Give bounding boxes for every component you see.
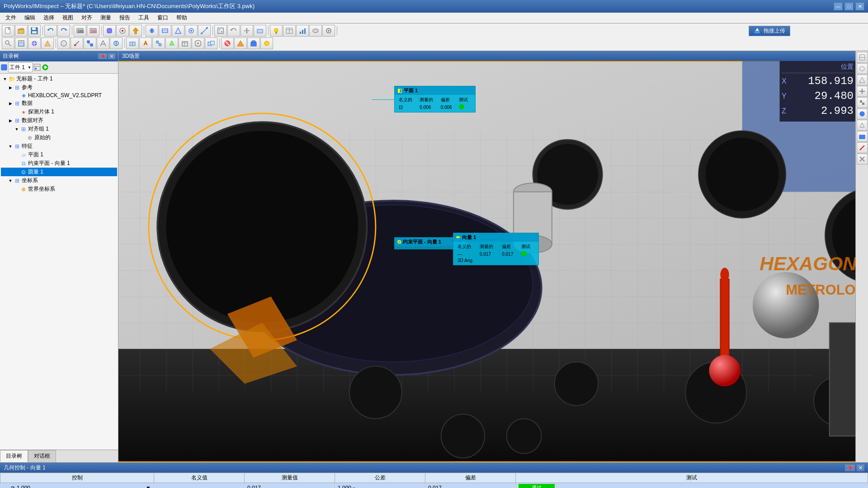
- toolbar-new[interactable]: [2, 25, 14, 37]
- toolbar-light[interactable]: [270, 25, 283, 37]
- menu-select[interactable]: 选择: [40, 13, 58, 23]
- menu-measure[interactable]: 测量: [97, 13, 115, 23]
- toolbar2-b8[interactable]: [97, 38, 109, 49]
- viewport-content[interactable]: HEXAGON METROLOGY X Z Y: [118, 61, 855, 462]
- tree-root[interactable]: ▼ 📁 无标题 - 工件 1: [1, 75, 117, 83]
- tree-coords-expand[interactable]: ▼: [7, 178, 14, 183]
- menu-help[interactable]: 帮助: [173, 13, 191, 23]
- menu-tools[interactable]: 工具: [135, 13, 153, 23]
- tab-dialog[interactable]: 对话框: [28, 450, 56, 462]
- toolbar2-b1[interactable]: [2, 38, 14, 49]
- toolbar2-b14[interactable]: [179, 38, 191, 49]
- rt-btn-2[interactable]: [857, 63, 868, 74]
- toolbar-b2[interactable]: 101: [87, 25, 99, 37]
- rt-btn-9[interactable]: [857, 142, 868, 153]
- toolbar2-b15[interactable]: [192, 38, 204, 49]
- toolbar2-b11[interactable]: [139, 38, 152, 49]
- rt-btn-7[interactable]: [857, 120, 868, 131]
- toolbar-settings[interactable]: [322, 25, 335, 37]
- menu-align[interactable]: 对齐: [78, 13, 96, 23]
- table-row-1[interactable]: — ⊘ 1.000 ▼ 0.017 1.000 ~ 0.017 通过: [0, 483, 868, 488]
- rt-btn-4[interactable]: [857, 86, 868, 97]
- rt-btn-8[interactable]: [857, 131, 868, 142]
- workpiece-combo[interactable]: 工件 1 ▼: [8, 62, 33, 72]
- toolbar-meas1[interactable]: [146, 25, 158, 37]
- tree-world-coord[interactable]: ⊕ 世界坐标系: [1, 185, 117, 193]
- annotation-vector1[interactable]: ✏ 向量 1 名义的 测量的 偏差 测试 — 0.017 0.017: [453, 233, 539, 265]
- tree-data-expand[interactable]: ▶: [7, 101, 14, 106]
- toolbar-3d[interactable]: [103, 25, 116, 37]
- minimize-button[interactable]: —: [834, 2, 843, 10]
- toolbar-undo[interactable]: [44, 25, 57, 37]
- tree-probe[interactable]: ● 探测片体 1: [1, 108, 117, 116]
- tree-coords[interactable]: ▼ ⊞ 坐标系: [1, 176, 117, 185]
- tree-data[interactable]: ▶ ⊞ 数据: [1, 99, 117, 108]
- toolbar2-b2[interactable]: [15, 38, 28, 49]
- tree-features-expand[interactable]: ▼: [7, 144, 14, 149]
- workpiece-dropdown-arrow[interactable]: ▼: [28, 66, 31, 70]
- play-icon[interactable]: [42, 64, 49, 71]
- tree-plane1[interactable]: ▱ 平面 1: [1, 150, 117, 159]
- toolbar-probe[interactable]: [129, 25, 142, 37]
- toolbar2-b9[interactable]: [110, 38, 123, 49]
- toolbar-rotate[interactable]: [227, 25, 240, 37]
- menu-edit[interactable]: 编辑: [21, 13, 39, 23]
- toolbar-scan[interactable]: [116, 25, 129, 37]
- view-icon[interactable]: [33, 64, 41, 71]
- bottom-panel-close[interactable]: ✕: [857, 465, 864, 471]
- rt-btn-5[interactable]: [857, 97, 868, 108]
- menu-window[interactable]: 窗口: [154, 13, 172, 23]
- toolbar-b1[interactable]: 101: [74, 25, 86, 37]
- tree-origin[interactable]: ⊕ 原始的: [1, 133, 117, 142]
- toolbar-save[interactable]: [28, 25, 41, 37]
- toolbar2-b10[interactable]: [126, 38, 139, 49]
- rt-btn-1[interactable]: [857, 52, 868, 63]
- toolbar-open[interactable]: [15, 25, 28, 37]
- toolbar-table[interactable]: [283, 25, 296, 37]
- tree-constraint[interactable]: ⧉ 约束平面 - 向量 1: [1, 159, 117, 168]
- toolbar2-b12[interactable]: [152, 38, 165, 49]
- annotation-plane1[interactable]: ◧ 平面 1 名义的 测量的 偏差 测试 ⊡ 0.006 0.006: [394, 86, 476, 113]
- control-dropdown[interactable]: ▼: [146, 485, 151, 488]
- toolbar2-b17[interactable]: [221, 38, 234, 49]
- toolbar2-b7[interactable]: [84, 38, 96, 49]
- toolbar-meas2[interactable]: [159, 25, 171, 37]
- toolbar2-b13[interactable]: [165, 38, 178, 49]
- toolbar2-b19[interactable]: [247, 38, 260, 49]
- toolbar2-b3[interactable]: [28, 38, 41, 49]
- tree-align-group-expand[interactable]: ▼: [14, 127, 20, 131]
- tree-align-group[interactable]: ▼ ⊞ 对齐组 1: [1, 125, 117, 133]
- toolbar-redo[interactable]: [57, 25, 70, 37]
- rt-btn-3[interactable]: [857, 75, 868, 85]
- toolbar-zoom-fit[interactable]: [214, 25, 227, 37]
- ieft-upload-button[interactable]: 拖接上传: [749, 26, 790, 36]
- toolbar-meas5[interactable]: [198, 25, 211, 37]
- tree-align[interactable]: ▶ ⊞ 数据对齐: [1, 116, 117, 125]
- tree-close-btn[interactable]: ✕: [108, 53, 115, 59]
- toolbar2-b6[interactable]: [71, 38, 83, 49]
- menu-view[interactable]: 视图: [59, 13, 77, 23]
- tree-features[interactable]: ▼ ⊞ 特征: [1, 142, 117, 150]
- bottom-panel-pin[interactable]: 📌: [845, 465, 855, 471]
- toolbar2-b16[interactable]: [205, 38, 217, 49]
- toolbar-meas3[interactable]: [172, 25, 184, 37]
- tree-expand-icon[interactable]: ▼: [2, 77, 8, 81]
- rt-btn-10[interactable]: [857, 154, 868, 164]
- tree-hexblock[interactable]: ◈ HEXBLOCK_SW_V2.SLDPRT: [1, 92, 117, 99]
- menu-report[interactable]: 报告: [116, 13, 134, 23]
- tree-pin-btn[interactable]: 📌: [98, 53, 107, 59]
- tab-tree[interactable]: 目录树: [0, 450, 28, 462]
- toolbar2-b4[interactable]: [41, 38, 54, 49]
- toolbar2-b18[interactable]: [234, 38, 247, 49]
- toolbar-chart[interactable]: [296, 25, 309, 37]
- maximize-button[interactable]: □: [844, 2, 854, 10]
- toolbar-cloud[interactable]: [309, 25, 322, 37]
- tree-align-expand[interactable]: ▶: [7, 118, 14, 123]
- rt-btn-6[interactable]: [857, 108, 868, 119]
- toolbar-pan[interactable]: [241, 25, 253, 37]
- toolbar2-b20[interactable]: ⚡: [260, 38, 273, 49]
- toolbar2-b5[interactable]: [57, 38, 70, 49]
- tree-circle[interactable]: ⊙ 圆量 1: [1, 168, 117, 176]
- tree-ref[interactable]: ▶ ⊞ 参考: [1, 83, 117, 92]
- toolbar-meas4[interactable]: [185, 25, 198, 37]
